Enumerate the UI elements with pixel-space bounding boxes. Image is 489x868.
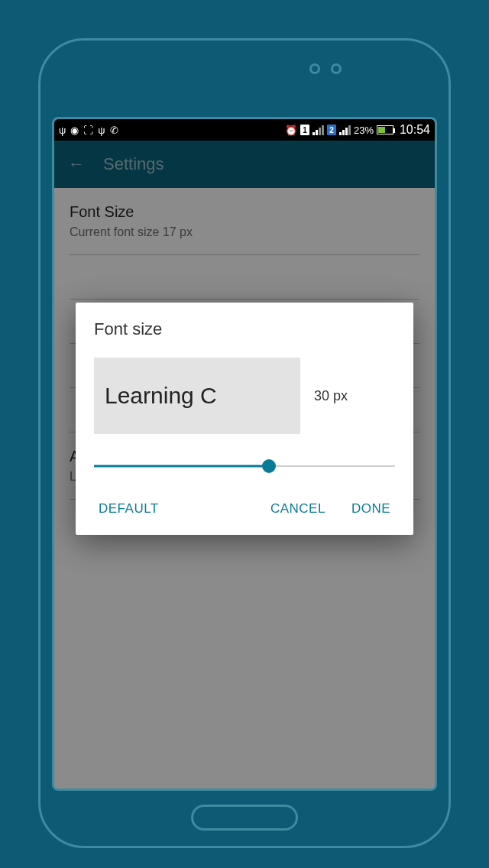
clock: 10:54 — [400, 123, 430, 137]
signal1-icon — [313, 125, 324, 135]
default-button[interactable]: DEFAULT — [94, 494, 164, 524]
phone-speaker-dots — [309, 63, 342, 74]
sim1-icon: 1 — [300, 125, 309, 135]
battery-pct: 23% — [354, 125, 374, 136]
alarm-icon: ⏰ — [285, 125, 297, 136]
preview-row: Learning C 30 px — [94, 358, 395, 434]
battery-icon — [377, 125, 393, 134]
home-button[interactable] — [191, 805, 298, 831]
cancel-button[interactable]: CANCEL — [266, 494, 330, 524]
status-left: ψ ◉ ⛶ ψ ✆ — [59, 125, 118, 136]
phone-frame: ψ ◉ ⛶ ψ ✆ ⏰ 1 2 23% 10:54 ← Settings — [38, 38, 451, 848]
screen: ψ ◉ ⛶ ψ ✆ ⏰ 1 2 23% 10:54 ← Settings — [52, 117, 437, 791]
signal2-icon — [339, 125, 351, 135]
font-size-slider[interactable] — [94, 455, 395, 477]
usb-icon: ψ — [59, 125, 66, 136]
bug-icon: ⛶ — [83, 125, 93, 136]
dialog-actions: DEFAULT CANCEL DONE — [94, 494, 395, 524]
font-size-dialog: Font size Learning C 30 px DEFAULT CANCE… — [76, 303, 413, 535]
done-button[interactable]: DONE — [347, 494, 395, 524]
dialog-title: Font size — [94, 319, 395, 339]
status-bar: ψ ◉ ⛶ ψ ✆ ⏰ 1 2 23% 10:54 — [54, 119, 435, 141]
sync-icon: ◉ — [70, 125, 79, 136]
slider-thumb[interactable] — [262, 459, 276, 473]
status-right: ⏰ 1 2 23% 10:54 — [285, 123, 430, 137]
phone-icon: ✆ — [110, 125, 118, 136]
preview-box: Learning C — [94, 358, 300, 434]
size-value-label: 30 px — [314, 388, 348, 404]
sim2-icon: 2 — [327, 125, 336, 135]
slider-fill — [94, 465, 269, 468]
usb2-icon: ψ — [98, 125, 105, 136]
